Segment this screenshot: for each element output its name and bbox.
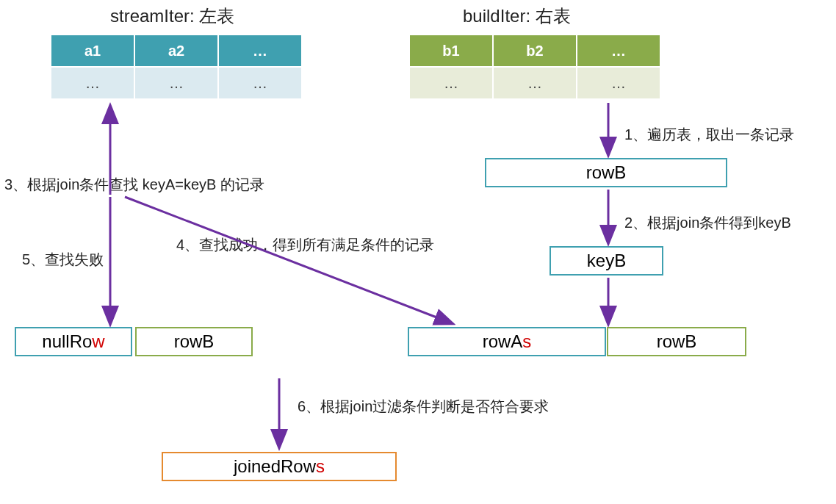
right-body-cell: … — [493, 67, 577, 99]
step-2-label: 2、根据join条件得到keyB — [624, 213, 791, 233]
step-6-label: 6、根据join过滤条件判断是否符合要求 — [298, 397, 549, 417]
right-table-title: buildIter: 右表 — [463, 4, 571, 28]
left-header-cell: … — [218, 35, 302, 67]
right-body-cell: … — [577, 67, 660, 99]
rowas-box: rowAs — [408, 327, 606, 356]
svg-line-6 — [125, 197, 452, 323]
right-header-cell: b2 — [493, 35, 577, 67]
joinedrows-box: joinedRows — [162, 452, 397, 481]
right-table: b1 b2 … … … … — [408, 34, 661, 100]
left-header-cell: a1 — [51, 35, 134, 67]
right-header-cell: … — [577, 35, 660, 67]
rowb-box: rowB — [485, 158, 727, 187]
step-3-label: 3、根据join条件查找 keyA=keyB 的记录 — [4, 175, 264, 195]
step-1-label: 1、遍历表，取出一条记录 — [624, 125, 794, 145]
left-table: a1 a2 … … … … — [50, 34, 303, 100]
rowb-right-box: rowB — [607, 327, 746, 356]
right-body-cell: … — [409, 67, 493, 99]
rowb-left-box: rowB — [135, 327, 253, 356]
nullrow-box: nullRow — [15, 327, 132, 356]
step-4-label: 4、查找成功，得到所有满足条件的记录 — [176, 235, 434, 255]
step-5-label: 5、查找失败 — [22, 250, 104, 270]
left-body-cell: … — [134, 67, 218, 99]
left-body-cell: … — [51, 67, 134, 99]
keyb-box: keyB — [549, 246, 663, 276]
right-header-cell: b1 — [409, 35, 493, 67]
left-table-title: streamIter: 左表 — [110, 4, 234, 28]
left-body-cell: … — [218, 67, 302, 99]
left-header-cell: a2 — [134, 35, 218, 67]
